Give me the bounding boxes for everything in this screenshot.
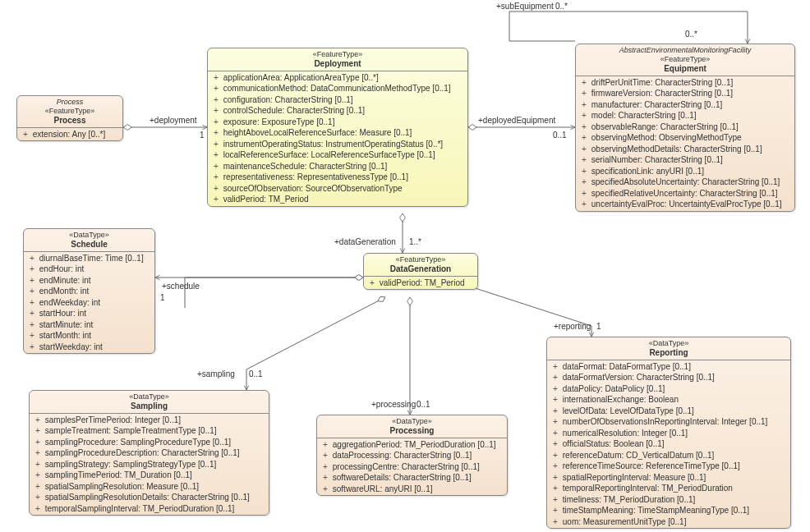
- mult-processing: 0..1: [417, 400, 430, 409]
- attribute-row: + referenceDatum: CD_VerticalDatum [0..1…: [550, 450, 787, 461]
- processing-attrs: + aggregationPeriod: TM_PeriodDuration […: [317, 438, 507, 496]
- attribute-row: + endWeekday: int: [27, 297, 151, 309]
- attribute-row: + sampleTreatment: SampleTreatmentType […: [33, 425, 265, 437]
- attribute-row: + timeliness: TM_PeriodDuration [0..1]: [550, 494, 787, 506]
- equipment-stereo: «FeatureType»: [579, 55, 791, 64]
- class-process: Process «FeatureType» Process + extensio…: [16, 95, 123, 141]
- attribute-row: + startWeekday: int: [27, 342, 151, 353]
- datagen-stereo: «FeatureType»: [367, 255, 474, 264]
- processing-stereo: «DataType»: [320, 417, 504, 426]
- mult-subequipment-1: 0..*: [555, 2, 568, 11]
- schedule-name: Schedule: [27, 240, 151, 250]
- attribute-row: + exposure: ExposureType [0..1]: [211, 117, 464, 128]
- attribute-row: + samplingProcedureDescription: Characte…: [33, 447, 265, 459]
- label-sampling: +sampling: [197, 369, 235, 378]
- attribute-row: + specifiedRelativeUncertainty: Characte…: [579, 188, 791, 200]
- attribute-row: + localReferenceSurface: LocalReferenceS…: [211, 149, 464, 161]
- attribute-row: + heightAboveLocalReferenceSurface: Meas…: [211, 127, 464, 139]
- attribute-row: + uncertaintyEvalProc: UncertaintyEvalPr…: [579, 199, 791, 210]
- attribute-row: + observableRange: CharacterString [0..1…: [579, 122, 791, 133]
- attribute-row: + manufacturer: CharacterString [0..1]: [579, 99, 791, 111]
- attribute-row: + samplingProcedure: SamplingProcedureTy…: [33, 437, 265, 448]
- attribute-row: + firmwareVersion: CharacterString [0..1…: [579, 88, 791, 99]
- deployment-stereo: «FeatureType»: [211, 50, 464, 59]
- attribute-row: + aggregationPeriod: TM_PeriodDuration […: [320, 439, 504, 451]
- label-subequipment: +subEquipment: [496, 2, 554, 11]
- class-processing: «DataType» Processing + aggregationPerio…: [316, 415, 508, 496]
- class-reporting: «DataType» Reporting + dataFormat: DataF…: [546, 337, 791, 529]
- deployment-name: Deployment: [211, 59, 464, 69]
- attribute-row: + dataFormat: DataFormatType [0..1]: [550, 361, 787, 373]
- attribute-row: + softwareURL: anyURI [0..1]: [320, 484, 504, 495]
- attribute-row: + sourceOfObservation: SourceOfObservati…: [211, 183, 464, 195]
- attribute-row: + samplesPerTimePeriod: Integer [0..1]: [33, 415, 265, 426]
- processing-name: Processing: [320, 426, 504, 436]
- process-name: Process: [21, 116, 119, 126]
- attribute-row: + model: CharacterString [0..1]: [579, 110, 791, 122]
- attribute-row: + observingMethodDetails: CharacterStrin…: [579, 144, 791, 155]
- attribute-row: + officialStatus: Boolean [0..1]: [550, 438, 787, 450]
- attribute-row: + startMinute: int: [27, 319, 151, 331]
- attribute-row: + observingMethod: ObservingMethodType: [579, 132, 791, 144]
- sampling-name: Sampling: [33, 401, 265, 411]
- attribute-row: + referenceTimeSource: ReferenceTimeType…: [550, 461, 787, 472]
- attribute-row: + serialNumber: CharacterString [0..1]: [579, 154, 791, 166]
- class-deployment: «FeatureType» Deployment + applicationAr…: [207, 48, 468, 207]
- label-datageneration: +dataGeneration: [334, 237, 396, 246]
- class-equipment: AbstractEnvironmentalMonitoringFacility …: [575, 44, 795, 212]
- mult-datageneration: 1..*: [409, 237, 421, 246]
- attribute-row: + communicationMethod: DataCommunication…: [211, 83, 464, 94]
- attribute-row: + dataFormatVersion: CharacterString [0.…: [550, 372, 787, 383]
- attribute-row: + temporalReportingInterval: TM_PeriodDu…: [550, 483, 787, 494]
- attribute-row: + startMonth: int: [27, 330, 151, 342]
- mult-schedule: 1: [160, 293, 165, 302]
- reporting-attrs: + dataFormat: DataFormatType [0..1]+ dat…: [547, 360, 790, 529]
- schedule-attrs: + diurnalBaseTime: Time [0..1]+ endHour:…: [24, 252, 154, 354]
- label-deployed-equipment: +deployedEquipment: [478, 116, 555, 125]
- mult-sampling: 0..1: [249, 369, 263, 378]
- process-topnote: Process: [21, 98, 119, 107]
- attribute-row: + validPeriod: TM_Period: [367, 277, 474, 289]
- equipment-attrs: + driftPerUnitTime: CharacterString [0..…: [576, 76, 794, 211]
- attribute-row: + endMonth: int: [27, 286, 151, 297]
- mult-deployed-equipment: 0..1: [553, 131, 567, 140]
- schedule-stereo: «DataType»: [27, 231, 151, 240]
- attribute-row: + temporalSamplingInterval: TM_PeriodDur…: [33, 503, 265, 515]
- attribute-row: + representativeness: Representativeness…: [211, 172, 464, 183]
- attribute-row: + startHour: int: [27, 308, 151, 319]
- attribute-row: + processingCentre: CharacterString [0..…: [320, 461, 504, 473]
- mult-subequipment-2: 0..*: [685, 30, 697, 39]
- attribute-row: + configuration: CharacterString [0..1]: [211, 94, 464, 106]
- attribute-row: + levelOfData: LevelOfDataType [0..1]: [550, 406, 787, 417]
- attribute-row: + internationalExchange: Boolean: [550, 394, 787, 406]
- label-schedule: +schedule: [162, 282, 200, 291]
- datagen-attrs: + validPeriod: TM_Period: [364, 277, 477, 290]
- mult-reporting: 1: [596, 322, 601, 331]
- process-stereo: «FeatureType»: [21, 107, 119, 116]
- attribute-row: + spatialSamplingResolutionDetails: Char…: [33, 492, 265, 503]
- attribute-row: + spatialReportingInterval: Measure [0..…: [550, 472, 787, 484]
- attribute-row: + driftPerUnitTime: CharacterString [0..…: [579, 77, 791, 89]
- attribute-row: + numericalResolution: Integer [0..1]: [550, 428, 787, 439]
- attribute-row: + samplingStrategy: SamplingStrategyType…: [33, 459, 265, 470]
- sampling-stereo: «DataType»: [33, 392, 265, 401]
- label-processing: +processing: [371, 400, 416, 409]
- equipment-name: Equipment: [579, 64, 791, 74]
- attribute-row: + extension: Any [0..*]: [21, 129, 119, 140]
- attribute-row: + specificationLink: anyURI [0..1]: [579, 166, 791, 177]
- attribute-row: + dataProcessing: CharacterString [0..1]: [320, 450, 504, 461]
- attribute-row: + validPeriod: TM_Period: [211, 194, 464, 205]
- class-schedule: «DataType» Schedule + diurnalBaseTime: T…: [23, 228, 155, 354]
- attribute-row: + spatialSamplingResolution: Measure [0.…: [33, 481, 265, 493]
- deployment-attrs: + applicationArea: ApplicationAreaType […: [208, 71, 467, 206]
- attribute-row: + numberOfObservationsInReportingInterva…: [550, 416, 787, 428]
- attribute-row: + specifiedAbsoluteUncertainty: Characte…: [579, 177, 791, 188]
- reporting-name: Reporting: [550, 348, 787, 358]
- sampling-attrs: + samplesPerTimePeriod: Integer [0..1]+ …: [30, 414, 269, 516]
- attribute-row: + endHour: int: [27, 264, 151, 275]
- attribute-row: + softwareDetails: CharacterString [0..1…: [320, 472, 504, 484]
- attribute-row: + applicationArea: ApplicationAreaType […: [211, 72, 464, 84]
- attribute-row: + instrumentOperatingStatus: InstrumentO…: [211, 139, 464, 150]
- equipment-topnote: AbstractEnvironmentalMonitoringFacility: [579, 46, 791, 55]
- attribute-row: + timeStampMeaning: TimeStampMeaningType…: [550, 505, 787, 516]
